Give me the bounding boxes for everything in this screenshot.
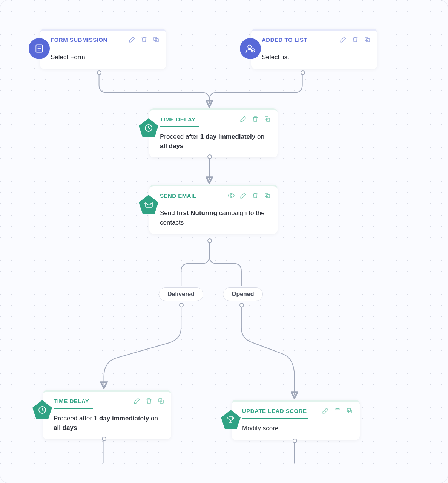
copy-icon[interactable] [264, 192, 271, 199]
copy-icon[interactable] [264, 116, 271, 122]
trash-icon[interactable] [334, 407, 341, 414]
copy-icon[interactable] [153, 36, 160, 43]
copy-icon[interactable] [364, 36, 371, 43]
connector-pin[interactable] [207, 238, 212, 243]
divider [160, 203, 199, 203]
workflow-canvas[interactable]: FORM SUBMISSION Select Form ADDED TO LIS… [0, 0, 448, 483]
email-icon [138, 194, 159, 215]
node-body: Select list [258, 53, 371, 62]
node-body: Proceed after 1 day immediately on all d… [156, 132, 271, 151]
copy-icon[interactable] [158, 397, 164, 404]
connector-pin[interactable] [207, 154, 212, 159]
trash-icon[interactable] [252, 116, 259, 122]
node-title: ADDED TO LIST [262, 37, 307, 43]
node-body: Send first Nuturing campaign to the cont… [156, 209, 271, 227]
edit-icon[interactable] [340, 36, 347, 43]
node-body: Select Form [47, 53, 160, 62]
node-added-to-list[interactable]: ADDED TO LIST Select list [251, 29, 377, 69]
clock-icon [32, 399, 53, 420]
trash-icon[interactable] [141, 36, 147, 43]
divider [51, 47, 111, 47]
node-title: TIME DELAY [54, 398, 89, 404]
edit-icon[interactable] [240, 116, 247, 122]
node-title: UPDATE LEAD SCORE [242, 408, 307, 414]
node-time-delay-2[interactable]: TIME DELAY Proceed after 1 day immediate… [43, 390, 171, 439]
edit-icon[interactable] [322, 407, 329, 414]
trash-icon[interactable] [252, 192, 259, 199]
connector-pin[interactable] [239, 303, 244, 307]
node-send-email[interactable]: SEND EMAIL Send first Nuturing campaign … [149, 185, 278, 234]
connector-pin[interactable] [102, 437, 106, 441]
chip-opened[interactable]: Opened [223, 287, 263, 301]
connector-pin[interactable] [179, 303, 184, 307]
node-time-delay-1[interactable]: TIME DELAY Proceed after 1 day immediate… [149, 108, 278, 157]
connector-pin[interactable] [301, 70, 305, 75]
node-body: Modify score [238, 424, 353, 433]
node-title: FORM SUBMISSION [51, 37, 107, 43]
node-body: Proceed after 1 day immediately on all d… [50, 414, 164, 433]
clock-icon [138, 118, 159, 139]
connector-pin[interactable] [97, 70, 101, 75]
add-user-icon [240, 38, 261, 59]
trash-icon[interactable] [352, 36, 359, 43]
eye-icon[interactable] [228, 192, 235, 199]
divider [242, 418, 308, 419]
svg-point-25 [230, 195, 232, 197]
divider [54, 408, 93, 409]
node-title: SEND EMAIL [160, 193, 197, 199]
copy-icon[interactable] [346, 407, 353, 414]
connector-pin[interactable] [293, 439, 297, 443]
node-title: TIME DELAY [160, 116, 195, 122]
node-form-submission[interactable]: FORM SUBMISSION Select Form [40, 29, 166, 69]
trash-icon[interactable] [146, 397, 152, 404]
form-icon [29, 38, 50, 59]
trophy-icon [220, 409, 241, 430]
edit-icon[interactable] [133, 397, 140, 404]
chip-delivered[interactable]: Delivered [159, 287, 203, 301]
node-update-lead-score[interactable]: UPDATE LEAD SCORE Modify score [232, 400, 360, 440]
divider [262, 47, 311, 47]
svg-rect-22 [146, 202, 152, 207]
edit-icon[interactable] [129, 36, 135, 43]
svg-point-11 [248, 45, 251, 49]
edit-icon[interactable] [240, 192, 247, 199]
divider [160, 126, 199, 127]
